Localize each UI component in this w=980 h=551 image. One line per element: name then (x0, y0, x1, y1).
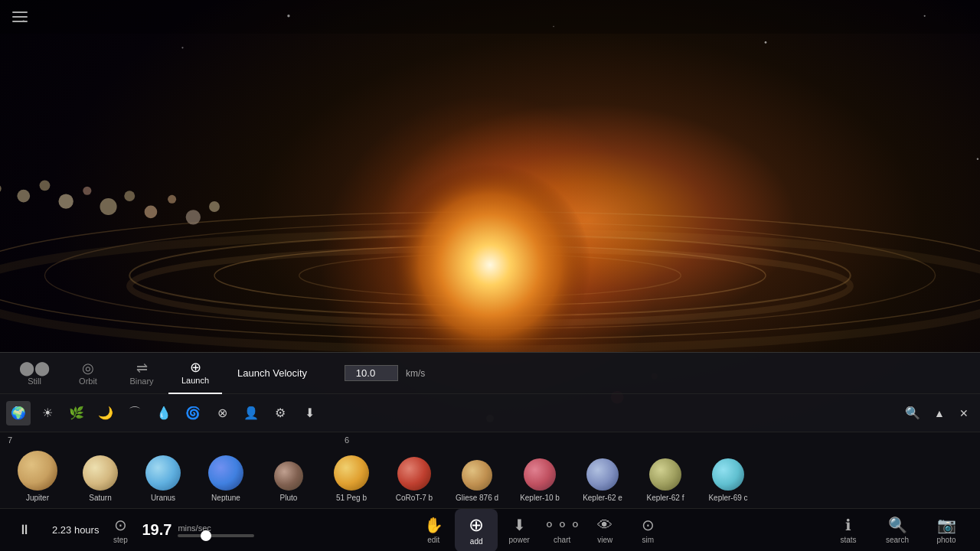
toolbar-sim[interactable]: ⊙ sim (626, 509, 669, 552)
planet-kepler62f[interactable]: Kepler-62 f (634, 436, 697, 505)
bottom-area: ⬤⬤ Still ◎ Orbit ⇌ Binary ⊕ Launch Launc… (0, 352, 980, 551)
filter-spiral[interactable]: 🌀 (181, 401, 205, 425)
planet-51pegb[interactable]: 51 Peg b (320, 436, 383, 505)
filter-close-icon[interactable]: ✕ (954, 403, 974, 423)
planet-kepler10b[interactable]: Kepler-10 b (508, 436, 571, 505)
toolbar-right: ℹ stats 🔍 search 📷 photo (827, 509, 968, 552)
planet-pluto[interactable]: Pluto (257, 436, 320, 505)
toolbar-edit[interactable]: ✋ edit (412, 509, 455, 552)
planet-pluto-label: Pluto (280, 494, 298, 502)
launch-velocity-bar: Launch Velocity km/s (230, 360, 972, 387)
planet-jupiter[interactable]: Jupiter (6, 436, 69, 505)
power-icon: ⬇ (513, 516, 526, 534)
planet-pluto-circle (274, 461, 303, 491)
photo-icon: 📷 (937, 516, 956, 534)
planet-neptune[interactable]: Neptune (194, 436, 257, 505)
chart-icon: ⚬⚬⚬ (543, 516, 582, 534)
add-label: add (470, 537, 483, 546)
speed-value: 19.7 (142, 521, 172, 539)
filter-rings[interactable]: ⌒ (122, 401, 147, 425)
toolbar-step[interactable]: ⊙ step (99, 509, 142, 552)
svg-point-41 (186, 210, 201, 224)
tab-still-label: Still (28, 377, 41, 386)
toolbar-photo[interactable]: 📷 photo (925, 509, 968, 552)
planet-kepler62e-label: Kepler-62 e (583, 494, 622, 502)
filter-moon[interactable]: 🌙 (93, 401, 118, 425)
planet-corot7b-label: CoRoT-7 b (396, 494, 433, 502)
toolbar-add[interactable]: ⊕ add (455, 509, 498, 552)
planet-kepler10b-circle (524, 458, 556, 491)
svg-point-37 (100, 198, 116, 215)
launch-icon: ⊕ (190, 360, 201, 374)
add-icon: ⊕ (469, 514, 484, 536)
planet-51pegb-label: 51 Peg b (336, 494, 367, 502)
tab-bar: ⬤⬤ Still ◎ Orbit ⇌ Binary ⊕ Launch Launc… (0, 352, 980, 393)
pause-button[interactable]: ⏸ (12, 518, 37, 543)
toolbar-view[interactable]: 👁 view (583, 509, 626, 552)
planet-kepler69c[interactable]: Kepler-69 c (697, 436, 760, 505)
planet-neptune-circle (208, 455, 243, 491)
filter-earth-like[interactable]: 🌿 (64, 401, 89, 425)
toolbar-stats[interactable]: ℹ stats (827, 509, 870, 552)
tab-still[interactable]: ⬤⬤ Still (8, 353, 61, 394)
speed-slider[interactable] (178, 534, 254, 537)
filter-download[interactable]: ⬇ (297, 401, 322, 425)
top-bar (0, 0, 980, 34)
filter-search-icon[interactable]: 🔍 (900, 401, 925, 425)
planets-count-right: 6 (345, 435, 349, 445)
svg-point-32 (0, 184, 2, 193)
svg-point-3 (181, 47, 183, 48)
toolbar-search[interactable]: 🔍 search (876, 509, 919, 552)
step-label: step (113, 536, 128, 544)
filter-sun[interactable]: ☀ (35, 401, 60, 425)
toolbar-power[interactable]: ⬇ power (498, 509, 541, 552)
filter-people[interactable]: 👤 (239, 401, 263, 425)
svg-point-36 (83, 187, 91, 195)
binary-icon: ⇌ (136, 361, 148, 375)
planet-gliese876d-label: Gliese 876 d (456, 494, 498, 502)
filter-bar: 🌍 ☀ 🌿 🌙 ⌒ 💧 🌀 ⊗ 👤 ⚙ ⬇ 🔍 ▲ ✕ (0, 393, 980, 432)
planet-corot7b-circle (397, 457, 431, 491)
toolbar-chart[interactable]: ⚬⚬⚬ chart (541, 509, 583, 552)
planet-uranus[interactable]: Uranus (132, 436, 194, 505)
planet-gliese876d-circle (462, 460, 492, 491)
filter-gear[interactable]: ⚙ (268, 401, 292, 425)
search-icon: 🔍 (888, 516, 907, 534)
planet-gliese876d[interactable]: Gliese 876 d (446, 436, 508, 505)
menu-button[interactable] (9, 8, 31, 25)
filter-target[interactable]: ⊗ (210, 401, 234, 425)
svg-point-33 (17, 190, 30, 203)
power-label: power (509, 536, 530, 544)
still-icon: ⬤⬤ (19, 361, 50, 375)
planet-jupiter-circle (18, 451, 57, 491)
chart-label: chart (554, 536, 570, 544)
planet-corot7b[interactable]: CoRoT-7 b (383, 436, 446, 505)
filter-all-planets[interactable]: 🌍 (6, 401, 31, 425)
planet-uranus-circle (145, 455, 181, 491)
planet-saturn-circle (83, 455, 118, 491)
planet-51pegb-circle (334, 455, 369, 491)
view-label: view (597, 536, 612, 544)
planet-saturn[interactable]: Saturn (69, 436, 132, 505)
toolbar: ⏸ 2.23 hours ⊙ step 19.7 mins/sec ✋ edit… (0, 508, 980, 551)
planet-kepler62e-circle (586, 458, 619, 491)
planet-kepler69c-circle (712, 458, 744, 491)
planet-kepler10b-label: Kepler-10 b (520, 494, 560, 502)
velocity-unit: km/s (406, 368, 425, 379)
stats-icon: ℹ (845, 516, 851, 534)
tab-launch[interactable]: ⊕ Launch (168, 353, 222, 394)
filter-water[interactable]: 💧 (152, 401, 176, 425)
planet-kepler62e[interactable]: Kepler-62 e (571, 436, 634, 505)
svg-point-24 (389, 165, 590, 366)
launch-velocity-input[interactable] (345, 365, 398, 381)
toolbar-center: ✋ edit ⊕ add ⬇ power ⚬⚬⚬ chart 👁 view ⊙ … (254, 509, 827, 552)
stats-label: stats (840, 536, 856, 544)
filter-expand-icon[interactable]: ▲ (929, 403, 949, 423)
tab-binary-label: Binary (129, 377, 153, 386)
edit-label: edit (427, 536, 439, 544)
svg-point-34 (40, 180, 51, 191)
tab-binary[interactable]: ⇌ Binary (115, 353, 168, 394)
tab-orbit[interactable]: ◎ Orbit (61, 353, 115, 394)
tab-launch-label: Launch (181, 376, 209, 385)
toolbar-left: ⏸ 2.23 hours (12, 518, 99, 543)
